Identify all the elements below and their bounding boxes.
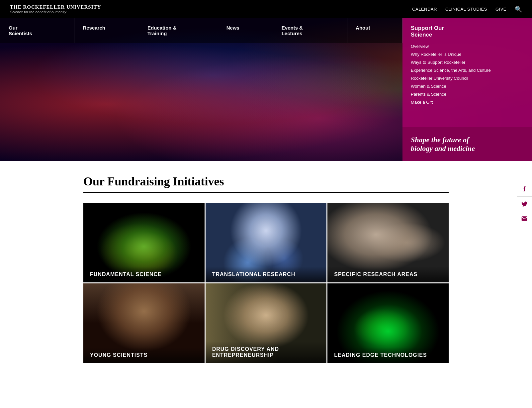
support-panel-cta[interactable]: Shape the future ofbiology and medicine (402, 127, 532, 161)
card-translational-label: TRANSLATIONAL RESEARCH (206, 266, 327, 282)
card-young-label: YOUNG SCIENTISTS (83, 347, 205, 363)
card-specific-research[interactable]: SPECIFIC RESEARCH AREAS (327, 203, 449, 282)
nav-news[interactable]: News (218, 18, 273, 43)
calendar-link[interactable]: CALENDAR (412, 7, 437, 12)
card-translational-research[interactable]: TRANSLATIONAL RESEARCH (206, 203, 327, 282)
give-link[interactable]: GIVE (495, 7, 506, 12)
twitter-button[interactable] (517, 197, 532, 211)
card-fundamental-label: FUNDAMENTAL SCIENCE (83, 266, 205, 282)
support-panel-title: Support OurScience (411, 25, 524, 38)
top-bar: THE ROCKEFELLER UNIVERSITY Science for t… (0, 0, 532, 18)
card-specific-label: SPECIFIC RESEARCH AREAS (327, 266, 449, 282)
nav-education[interactable]: Education &Training (139, 18, 218, 43)
email-button[interactable] (517, 211, 532, 226)
social-sidebar: f (517, 182, 532, 226)
support-link-overview[interactable]: Overview (411, 44, 429, 49)
support-panel-top: Support OurScience Overview Why Rockefel… (402, 18, 532, 127)
card-young-scientists[interactable]: YOUNG SCIENTISTS (83, 283, 205, 363)
initiatives-grid: FUNDAMENTAL SCIENCE TRANSLATIONAL RESEAR… (83, 203, 449, 363)
card-fundamental-science[interactable]: FUNDAMENTAL SCIENCE (83, 203, 205, 282)
main-nav: OurScientists Research Education &Traini… (0, 18, 402, 43)
clinical-studies-link[interactable]: CLINICAL STUDIES (445, 7, 487, 12)
card-leading-label: LEADING EDGE TECHNOLOGIES (327, 347, 449, 363)
content-area: Our Fundraising Initiatives FUNDAMENTAL … (77, 161, 455, 376)
nav-our-scientists[interactable]: OurScientists (0, 18, 74, 43)
top-right-nav: CALENDAR CLINICAL STUDIES GIVE 🔍 (412, 6, 522, 13)
support-link-women[interactable]: Women & Science (411, 84, 446, 89)
support-link-ways[interactable]: Ways to Support Rockefeller (411, 60, 465, 65)
nav-events[interactable]: Events &Lectures (273, 18, 347, 43)
nav-research[interactable]: Research (74, 18, 139, 43)
search-button[interactable]: 🔍 (515, 6, 522, 13)
support-link-parents[interactable]: Parents & Science (411, 92, 446, 97)
support-link-unique[interactable]: Why Rockefeller is Unique (411, 52, 461, 57)
cta-text: Shape the future ofbiology and medicine (411, 136, 524, 153)
facebook-button[interactable]: f (517, 182, 532, 197)
card-drug-label: DRUG DISCOVERY AND ENTREPRENEURSHIP (206, 341, 327, 363)
logo: THE ROCKEFELLER UNIVERSITY Science for t… (10, 4, 101, 14)
nav-about[interactable]: About (347, 18, 402, 43)
support-link-council[interactable]: Rockefeller University Council (411, 76, 468, 81)
hero-section: OurScientists Research Education &Traini… (0, 18, 532, 161)
university-name: THE ROCKEFELLER UNIVERSITY (10, 4, 101, 10)
fundraising-section-title: Our Fundraising Initiatives (83, 174, 449, 193)
card-leading-edge[interactable]: LEADING EDGE TECHNOLOGIES (327, 283, 449, 363)
support-panel: Support OurScience Overview Why Rockefel… (402, 18, 532, 161)
tagline: Science for the benefit of humanity (10, 10, 101, 14)
support-links: Overview Why Rockefeller is Unique Ways … (411, 43, 524, 105)
support-link-gift[interactable]: Make a Gift (411, 100, 433, 105)
support-link-experience[interactable]: Experience Science, the Arts, and Cultur… (411, 68, 491, 73)
card-drug-discovery[interactable]: DRUG DISCOVERY AND ENTREPRENEURSHIP (206, 283, 327, 363)
